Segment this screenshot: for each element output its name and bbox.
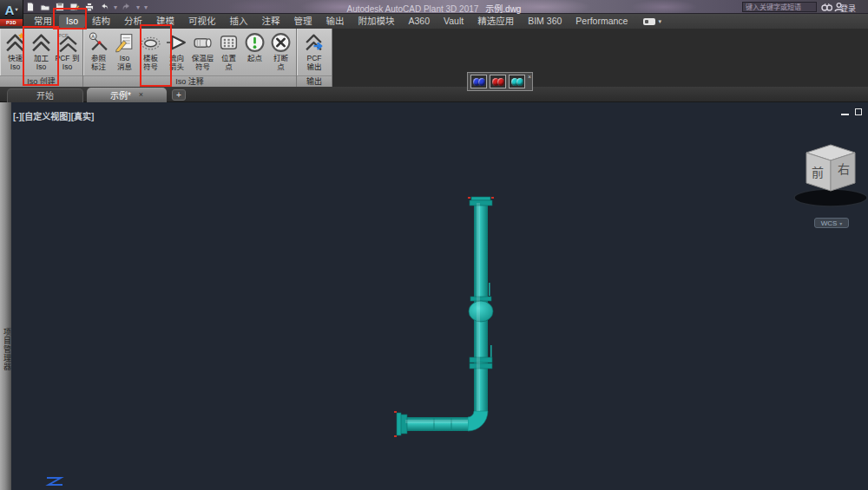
tab-zhushi[interactable]: 注释 <box>255 15 287 29</box>
pipe-elbow <box>468 411 488 431</box>
reference-dimension-icon: A <box>88 30 110 54</box>
reference-dimension-button[interactable]: A 参照 标注 <box>86 29 111 71</box>
pcf-export-button[interactable]: PCF 输出 <box>299 29 329 71</box>
open-port-marker <box>491 197 494 199</box>
swatch-close-icon[interactable]: × <box>528 74 531 80</box>
new-drawing-tab-button[interactable]: + <box>172 89 186 101</box>
tab-bim360[interactable]: BIM 360 <box>521 15 569 29</box>
panel-output: PCF 输出 输出 <box>297 29 332 87</box>
cyan-part-swatch[interactable] <box>509 75 525 88</box>
undo-dropdown-icon[interactable]: ▾ <box>114 3 117 11</box>
annotation-box-flow-arrow <box>140 24 172 87</box>
ribbon-display-icon <box>643 18 655 25</box>
location-point-button[interactable]: 位置 点 <box>216 29 241 71</box>
open-port-marker <box>468 197 470 199</box>
qat-customize-icon[interactable]: ▾ <box>144 3 148 11</box>
file-tab-start[interactable]: 开始 <box>7 88 83 102</box>
product-name: Autodesk AutoCAD Plant 3D 2017 <box>347 4 479 14</box>
ucs-label: WCS <box>821 219 838 227</box>
panel-iso-annotate: A 参照 标注 Iso 消息 楼板 符号 <box>83 29 297 87</box>
open-port-marker <box>394 411 397 413</box>
file-tab-bar: 开始 示例* × + <box>0 87 868 102</box>
pipe-valve <box>469 301 493 322</box>
ribbon-display-toggle[interactable]: ▾ <box>643 18 661 25</box>
minimize-icon[interactable] <box>841 114 849 115</box>
redo-dropdown-icon[interactable]: ▾ <box>136 3 140 11</box>
tab-a360[interactable]: A360 <box>402 15 437 29</box>
ucs-icon <box>43 475 66 489</box>
tab-guanli[interactable]: 管理 <box>287 15 319 29</box>
file-tab-label: 示例* <box>110 88 131 101</box>
location-point-icon <box>218 30 240 54</box>
viewport-controls[interactable]: [-][自定义视图][真实] <box>13 109 94 122</box>
viewcube-right-label: 右 <box>838 162 850 176</box>
file-tab-close-icon[interactable]: × <box>139 91 143 99</box>
annotation-box-production-iso <box>23 26 59 86</box>
project-manager-title: 项目管理器 <box>2 328 13 371</box>
svg-text:A: A <box>91 34 95 39</box>
pcf-to-iso-icon: PCF <box>56 30 79 54</box>
tab-jiegou[interactable]: 结构 <box>85 15 117 29</box>
pcf-export-icon <box>303 30 326 54</box>
project-manager-collapsed-bar[interactable]: 项目管理器 <box>0 102 11 490</box>
tab-charu[interactable]: 插入 <box>223 15 255 29</box>
pipe-flange <box>470 363 492 369</box>
part-swatch-palette: × <box>467 72 533 91</box>
viewcube[interactable]: 前 右 <box>792 132 868 217</box>
help-search-input[interactable] <box>742 2 817 12</box>
tab-shuchu[interactable]: 输出 <box>319 15 352 29</box>
insulation-symbol-icon <box>192 30 214 54</box>
undo-icon[interactable] <box>99 2 109 12</box>
pipe-top-flange <box>470 200 492 206</box>
drawing-window-buttons <box>841 108 862 115</box>
autocad-logo-icon: A▾ <box>5 0 18 19</box>
blue-part-swatch[interactable] <box>470 75 487 88</box>
ribbon: 快速 Iso 加工 Iso PCF PCF 到 Iso Iso 创建 <box>0 29 868 87</box>
application-menu-button[interactable]: A▾ P3D <box>0 0 23 26</box>
pipe-flange <box>470 357 492 363</box>
autocad-plant3d-window: ▾ ▾ ▾ Autodesk AutoCAD Plant 3D 2017示例.d… <box>0 0 868 490</box>
start-point-icon <box>244 30 266 54</box>
open-file-icon[interactable] <box>40 2 50 12</box>
ucs-selector[interactable]: WCS▾ <box>814 218 849 228</box>
tab-fujiamokuai[interactable]: 附加模块 <box>352 15 402 29</box>
start-point-button[interactable]: 起点 <box>242 29 267 62</box>
insulation-symbol-button[interactable]: 保温层 符号 <box>190 29 215 71</box>
break-point-button[interactable]: 打断 点 <box>268 29 293 71</box>
open-port-marker <box>394 435 397 437</box>
pipe-weld-ring <box>470 297 491 301</box>
tab-keshihua[interactable]: 可视化 <box>181 15 223 29</box>
p3d-badge: P3D <box>0 19 23 26</box>
pipe-model[interactable] <box>373 193 529 446</box>
viewcube-compass-ring <box>794 189 867 206</box>
window-title: Autodesk AutoCAD Plant 3D 2017示例.dwg <box>243 2 625 15</box>
panel-title-iso-annotate[interactable]: Iso 注释 <box>83 75 296 87</box>
sign-in-link[interactable]: 登录 <box>840 3 856 14</box>
pipe-horizontal-run <box>405 417 468 431</box>
iso-message-icon <box>114 30 136 54</box>
title-bar: ▾ ▾ ▾ Autodesk AutoCAD Plant 3D 2017示例.d… <box>0 0 868 14</box>
break-point-icon <box>270 30 293 54</box>
search-binoculars-icon[interactable] <box>821 2 832 12</box>
new-file-icon[interactable] <box>25 2 36 12</box>
file-tab-shili[interactable]: 示例* × <box>87 88 167 102</box>
drawing-viewport[interactable]: 项目管理器 [-][自定义视图][真实] 前 右 WCS▾ <box>0 102 868 490</box>
red-part-swatch[interactable] <box>490 75 506 88</box>
tab-vault[interactable]: Vault <box>437 15 470 29</box>
viewcube-front-label: 前 <box>812 166 824 180</box>
restore-icon[interactable] <box>855 108 862 115</box>
tab-jingxuanyingyong[interactable]: 精选应用 <box>470 15 521 29</box>
redo-icon[interactable] <box>122 2 132 12</box>
tab-performance[interactable]: Performance <box>569 15 635 29</box>
ribbon-tab-bar: 常用 Iso 结构 分析 建模 可视化 插入 注释 管理 输出 附加模块 A36… <box>0 14 868 29</box>
file-name: 示例.dwg <box>485 4 521 14</box>
panel-title-output[interactable]: 输出 <box>297 75 332 87</box>
iso-message-button[interactable]: Iso 消息 <box>112 29 137 71</box>
